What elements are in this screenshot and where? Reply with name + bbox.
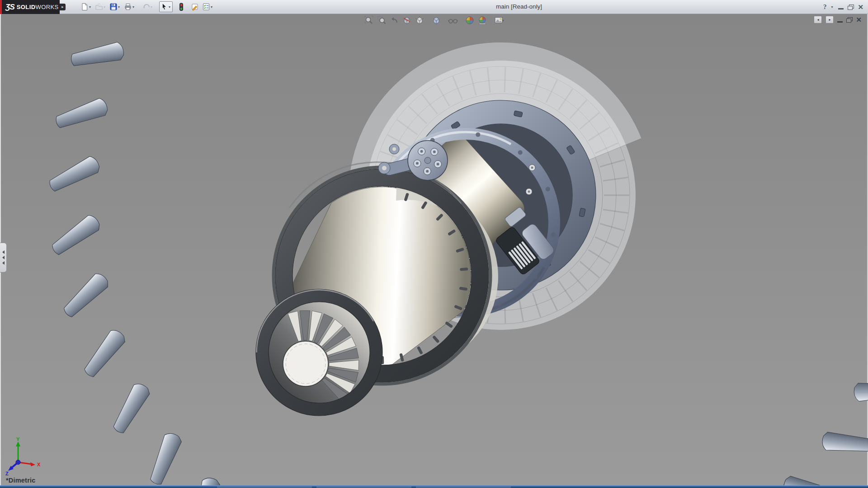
printer-icon bbox=[124, 3, 132, 11]
section-view-icon bbox=[402, 16, 411, 25]
zoom-to-area-icon bbox=[377, 16, 386, 25]
solidworks-logo-icon: ƷS bbox=[5, 3, 14, 12]
solidworks-wordmark: SOLIDWORKS bbox=[17, 4, 59, 10]
section-view-button[interactable] bbox=[401, 15, 412, 25]
print-button[interactable]: ▾ bbox=[123, 1, 137, 12]
new-document-icon bbox=[80, 3, 89, 11]
previous-view-icon bbox=[390, 16, 399, 25]
brand-red-stripe bbox=[0, 0, 2, 14]
restore-button[interactable] bbox=[848, 5, 854, 9]
new-document-button[interactable]: ▾ bbox=[80, 1, 93, 12]
doc-minimize-button[interactable] bbox=[837, 21, 843, 23]
view-orientation-icon bbox=[415, 16, 424, 25]
exhaust-nozzle bbox=[256, 289, 382, 416]
view-orientation-button[interactable] bbox=[414, 15, 425, 25]
taskbar-segment bbox=[217, 486, 312, 488]
display-style-icon bbox=[432, 16, 441, 25]
checklist-icon bbox=[202, 3, 210, 11]
next-pane-button[interactable]: ▸ bbox=[826, 16, 834, 23]
heads-up-view-toolbar: ▾ bbox=[363, 15, 505, 25]
solidworks-window: ƷS SOLIDWORKS ▸ ▾ ▾ bbox=[0, 0, 868, 488]
help-button[interactable]: ? bbox=[823, 3, 827, 11]
previous-view-button[interactable] bbox=[389, 15, 400, 25]
edit-appearance-button[interactable] bbox=[464, 15, 475, 25]
collapse-arrow-icon bbox=[2, 256, 5, 259]
nozzle-hub bbox=[283, 341, 328, 386]
eyeglasses-icon bbox=[448, 16, 458, 25]
zoom-to-fit-icon bbox=[364, 16, 373, 25]
windows-taskbar-edge[interactable] bbox=[0, 485, 868, 488]
edit-note-button[interactable] bbox=[190, 1, 200, 12]
title-bar: ƷS SOLIDWORKS ▸ ▾ ▾ bbox=[0, 0, 868, 14]
taskbar-segment bbox=[316, 486, 411, 488]
reference-triad: Y X Z bbox=[3, 437, 43, 476]
note-pencil-icon bbox=[191, 3, 199, 11]
triad-z-label: Z bbox=[5, 471, 9, 476]
minimize-button[interactable] bbox=[838, 8, 844, 9]
feature-manager-collapse-tab[interactable] bbox=[0, 243, 7, 272]
save-floppy-icon bbox=[109, 3, 118, 11]
close-button[interactable]: ✕ bbox=[858, 4, 863, 10]
previous-pane-button[interactable]: ◂ bbox=[814, 16, 822, 23]
apply-scene-button[interactable] bbox=[477, 15, 488, 25]
undo-arrow-icon bbox=[142, 3, 150, 11]
undo-button[interactable]: ▾ bbox=[141, 1, 155, 12]
taskbar-segment bbox=[416, 486, 511, 488]
open-document-button[interactable]: ▾ bbox=[94, 1, 108, 12]
menu-expand-arrow[interactable]: ▸ bbox=[60, 4, 66, 10]
solidworks-menu-button[interactable]: ƷS SOLIDWORKS bbox=[0, 0, 60, 14]
save-button[interactable]: ▾ bbox=[108, 1, 122, 12]
open-folder-icon bbox=[95, 3, 103, 11]
engine-3d-model bbox=[0, 14, 868, 486]
view-settings-button[interactable]: ▾ bbox=[494, 15, 505, 25]
scene-ball-icon bbox=[478, 16, 487, 25]
display-style-button[interactable] bbox=[431, 15, 442, 25]
select-cursor-icon bbox=[160, 3, 168, 11]
triad-x-label: X bbox=[37, 462, 41, 467]
collapse-arrow-icon bbox=[2, 250, 5, 254]
document-title: main [Read-only] bbox=[496, 3, 542, 10]
traffic-light-icon bbox=[178, 3, 184, 11]
options-button[interactable]: ▾ bbox=[201, 1, 215, 12]
graphics-viewport[interactable]: ▾ ◂ ▸ ✕ Y X Z * bbox=[0, 14, 868, 486]
doc-close-button[interactable]: ✕ bbox=[856, 16, 862, 23]
doc-restore-button[interactable] bbox=[846, 17, 852, 22]
standard-toolbar: ▾ ▾ ▾ bbox=[80, 1, 215, 12]
zoom-to-fit-button[interactable] bbox=[363, 15, 374, 25]
select-tool-button[interactable]: ▾ bbox=[159, 1, 173, 12]
document-window-controls: ◂ ▸ ✕ bbox=[814, 16, 862, 23]
interference-check-button[interactable] bbox=[177, 1, 185, 12]
hide-show-items-button[interactable] bbox=[448, 15, 458, 25]
window-controls: ? ▾ ✕ bbox=[823, 0, 863, 14]
appearance-ball-icon bbox=[465, 16, 474, 25]
collapse-arrow-icon bbox=[2, 261, 5, 265]
view-orientation-label: *Dimetric bbox=[6, 477, 35, 484]
help-dropdown[interactable]: ▾ bbox=[831, 5, 833, 9]
triad-y-label: Y bbox=[16, 437, 20, 442]
zoom-to-area-button[interactable] bbox=[376, 15, 387, 25]
view-settings-icon bbox=[494, 16, 503, 25]
